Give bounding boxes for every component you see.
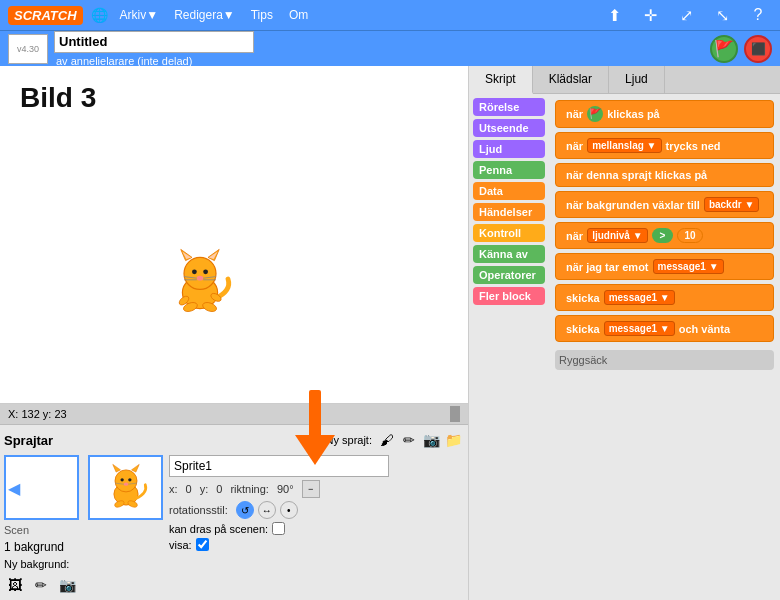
rotate-flip-button[interactable]: ↔: [258, 501, 276, 519]
direction-value: 90°: [277, 483, 294, 495]
project-thumbnail: v4.30: [8, 34, 48, 64]
broadcast-wait-dropdown[interactable]: message1 ▼: [604, 321, 675, 336]
block-sprite-click[interactable]: när denna sprajt klickas på: [555, 163, 774, 187]
green-flag-button[interactable]: 🚩: [710, 35, 738, 63]
svg-marker-19: [112, 464, 120, 472]
show-checkbox[interactable]: [196, 538, 209, 551]
right-tabs: Skript Klädslar Ljud: [469, 66, 780, 94]
block-receive[interactable]: när jag tar emot message1 ▼: [555, 253, 774, 280]
stage-label: Bild 3: [20, 82, 96, 114]
rotate-none-button[interactable]: •: [280, 501, 298, 519]
receive-dropdown[interactable]: message1 ▼: [653, 259, 724, 274]
camera-backdrop-button[interactable]: 📷: [56, 574, 78, 596]
category-rorelse[interactable]: Rörelse: [473, 98, 545, 116]
rotation-buttons: ↺ ↔ •: [236, 501, 298, 519]
category-operatorer[interactable]: Operatorer: [473, 266, 545, 284]
svg-point-6: [192, 269, 197, 274]
svg-point-21: [120, 478, 123, 481]
sprite-thumbnail[interactable]: [88, 455, 163, 520]
stop-button[interactable]: ⬛: [744, 35, 772, 63]
sprite-name-input[interactable]: [169, 455, 389, 477]
compress-button[interactable]: ⤡: [708, 1, 736, 29]
broadcast-dropdown[interactable]: message1 ▼: [604, 290, 675, 305]
scene-nav-button[interactable]: ◀: [8, 478, 20, 497]
svg-point-8: [197, 276, 203, 281]
drag-checkbox[interactable]: [272, 522, 285, 535]
upload-button[interactable]: ⬆: [600, 1, 628, 29]
svg-point-7: [203, 269, 208, 274]
menu-tips[interactable]: Tips: [247, 6, 277, 24]
backdrop-label: Ny bakgrund:: [4, 558, 84, 570]
block-backdrop[interactable]: när bakgrunden växlar till backdr ▼: [555, 191, 774, 218]
menu-arkiv[interactable]: Arkiv▼: [116, 6, 163, 24]
x-value: 0: [186, 483, 192, 495]
edit-sprite-button[interactable]: ✏: [398, 429, 420, 451]
key-dropdown[interactable]: mellanslag ▼: [587, 138, 661, 153]
paint-backdrop-button[interactable]: 🖼: [4, 574, 26, 596]
svg-marker-20: [131, 464, 139, 472]
tab-sound[interactable]: Ljud: [609, 66, 665, 93]
block-broadcast-wait[interactable]: skicka message1 ▼ och vänta: [555, 315, 774, 342]
scripts-area: när 🚩 klickas på när mellanslag ▼ trycks…: [549, 94, 780, 600]
scene-box[interactable]: ◀: [4, 455, 79, 520]
sound-value[interactable]: 10: [677, 228, 702, 243]
crosshair-button[interactable]: ✛: [636, 1, 664, 29]
coords-bar: X: 132 y: 23: [0, 404, 468, 425]
svg-point-18: [115, 470, 137, 492]
project-name-input[interactable]: [54, 31, 254, 53]
category-fler-block[interactable]: Fler block: [473, 287, 545, 305]
category-ljud[interactable]: Ljud: [473, 140, 545, 158]
resize-handle[interactable]: [450, 406, 460, 422]
category-penna[interactable]: Penna: [473, 161, 545, 179]
gt-operator: >: [652, 228, 674, 243]
category-utseende[interactable]: Utseende: [473, 119, 545, 137]
direction-control[interactable]: −: [302, 480, 320, 498]
help-button[interactable]: ?: [744, 1, 772, 29]
expand-button[interactable]: ⤢: [672, 1, 700, 29]
scene-panel: ◀ Scen 1 bakgrund Ny bakgrund: 🖼 ✏ 📷: [4, 455, 84, 596]
drag-row: kan dras på scenen:: [169, 522, 389, 535]
folder-sprite-button[interactable]: 📁: [442, 429, 464, 451]
menu-om[interactable]: Om: [285, 6, 312, 24]
svg-point-23: [123, 483, 127, 486]
stage: Bild 3: [0, 66, 468, 404]
right-panel: Skript Klädslar Ljud Rörelse Utseende Lj…: [468, 66, 780, 600]
svg-point-27: [127, 500, 138, 509]
sprite-list: x: 0 y: 0 riktning: 90° − rotationsstil:: [88, 455, 464, 596]
tab-costume[interactable]: Klädslar: [533, 66, 609, 93]
backpack-label: Ryggsäck: [555, 350, 774, 370]
scene-count: Scen: [4, 524, 84, 536]
sprites-title: Sprajtar: [4, 433, 326, 448]
block-broadcast[interactable]: skicka message1 ▼: [555, 284, 774, 311]
rotation-label: rotationsstil:: [169, 504, 228, 516]
tab-script[interactable]: Skript: [469, 66, 533, 94]
backdrop-dropdown[interactable]: backdr ▼: [704, 197, 759, 212]
globe-icon[interactable]: 🌐: [91, 7, 108, 23]
y-label: y:: [200, 483, 209, 495]
block-key-press[interactable]: när mellanslag ▼ trycks ned: [555, 132, 774, 159]
backdrop-count: 1 bakgrund: [4, 540, 84, 554]
sprite-item: x: 0 y: 0 riktning: 90° − rotationsstil:: [88, 455, 464, 551]
category-kontroll[interactable]: Kontroll: [473, 224, 545, 242]
show-label: visa:: [169, 539, 192, 551]
categories: Rörelse Utseende Ljud Penna Data Händels…: [469, 94, 549, 600]
menu-redigera[interactable]: Redigera▼: [170, 6, 239, 24]
category-data[interactable]: Data: [473, 182, 545, 200]
svg-point-22: [128, 478, 131, 481]
sprites-panel: Sprajtar Ny sprajt: 🖌 ✏ 📷 📁 ◀ Scen 1 bak…: [0, 425, 468, 600]
block-sound-level[interactable]: när ljudnivå ▼ > 10: [555, 222, 774, 249]
author-info: av annelielarare (inte delad): [56, 55, 254, 67]
camera-sprite-button[interactable]: 📷: [420, 429, 442, 451]
new-sprite-label: Ny sprajt:: [326, 434, 372, 446]
rotate-all-button[interactable]: ↺: [236, 501, 254, 519]
paint-sprite-button[interactable]: 🖌: [376, 429, 398, 451]
block-flag-click[interactable]: när 🚩 klickas på: [555, 100, 774, 128]
sound-dropdown[interactable]: ljudnivå ▼: [587, 228, 647, 243]
svg-point-1: [184, 257, 216, 289]
x-label: x:: [169, 483, 178, 495]
edit-backdrop-button[interactable]: ✏: [30, 574, 52, 596]
direction-label: riktning:: [230, 483, 269, 495]
show-row: visa:: [169, 538, 389, 551]
category-handelser[interactable]: Händelser: [473, 203, 545, 221]
category-kanna-av[interactable]: Känna av: [473, 245, 545, 263]
